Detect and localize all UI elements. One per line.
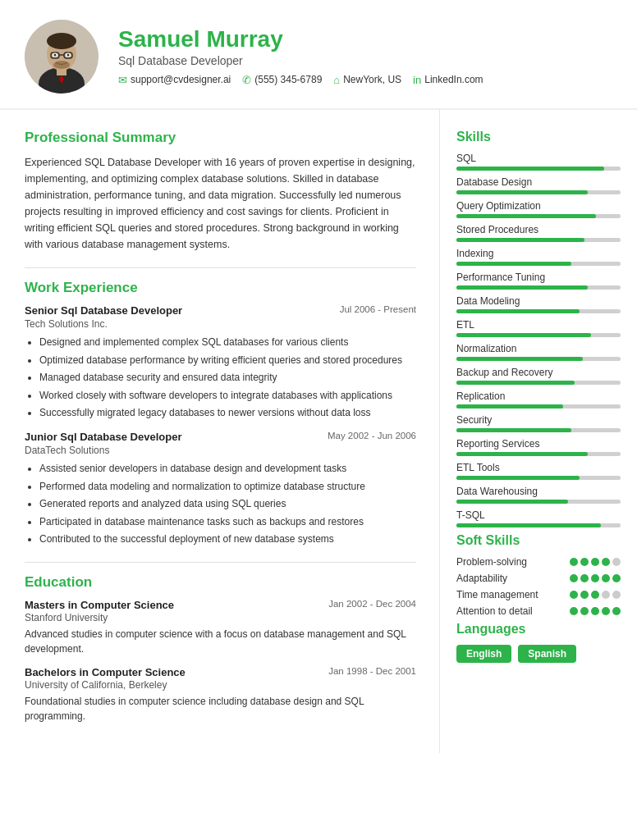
- dot-filled: [570, 574, 578, 582]
- soft-skill-name: Adaptability: [456, 573, 570, 584]
- skill-name: Data Modeling: [456, 295, 621, 307]
- skill-item: Normalization: [456, 343, 621, 361]
- dots-row: [570, 574, 621, 582]
- job-date: May 2002 - Jun 2006: [328, 431, 416, 441]
- dot-filled: [602, 574, 610, 582]
- list-item: Optimized database performance by writin…: [39, 353, 416, 368]
- edu-desc: Advanced studies in computer science wit…: [25, 627, 416, 656]
- soft-skill-name: Time management: [456, 589, 570, 600]
- svg-point-11: [67, 54, 70, 57]
- skill-bar-fill: [456, 500, 568, 504]
- skill-item: Stored Procedures: [456, 224, 621, 242]
- job-title: Senior Sql Database Developer: [25, 304, 182, 317]
- dot-filled: [612, 574, 621, 582]
- skill-item: T-SQL: [456, 509, 621, 527]
- skill-bar-fill: [456, 333, 591, 337]
- skill-name: Query Optimization: [456, 200, 621, 212]
- soft-skills-section: Soft Skills Problem-solvingAdaptabilityT…: [456, 533, 621, 617]
- summary-title: Professional Summary: [25, 130, 416, 146]
- soft-skill-item: Time management: [456, 589, 621, 600]
- skill-name: Normalization: [456, 343, 621, 354]
- edu-degree: Bachelors in Computer Science: [25, 666, 186, 678]
- dot-filled: [580, 607, 589, 615]
- candidate-title: Sql Database Developer: [118, 54, 483, 67]
- language-badge: Spanish: [518, 645, 576, 663]
- skill-bar-bg: [456, 190, 621, 194]
- education-section: Education Masters in Computer ScienceJan…: [25, 574, 416, 724]
- skill-bar-fill: [456, 285, 588, 290]
- skill-bar-bg: [456, 523, 621, 527]
- job-header: Senior Sql Database DeveloperJul 2006 - …: [25, 304, 416, 317]
- edu-desc: Foundational studies in computer science…: [25, 694, 416, 724]
- edu-header: Masters in Computer ScienceJan 2002 - De…: [25, 599, 416, 611]
- edu-item: Masters in Computer ScienceJan 2002 - De…: [25, 599, 416, 656]
- skill-bar-bg: [456, 357, 621, 361]
- list-item: Contributed to the successful deployment…: [39, 532, 416, 547]
- job-bullets: Designed and implemented complex SQL dat…: [25, 335, 416, 421]
- skill-name: Security: [456, 414, 621, 426]
- skill-name: ETL: [456, 319, 621, 331]
- location-icon: ⌂: [333, 74, 340, 86]
- soft-skills-container: Problem-solvingAdaptabilityTime manageme…: [456, 556, 621, 617]
- skill-item: SQL: [456, 153, 621, 171]
- skill-item: Data Warehousing: [456, 486, 621, 504]
- skill-name: Performance Tuning: [456, 272, 621, 283]
- dots-row: [570, 558, 621, 566]
- job-date: Jul 2006 - Present: [340, 304, 416, 314]
- contact-location: ⌂ NewYork, US: [333, 74, 401, 86]
- dot-filled: [580, 558, 589, 566]
- skills-section: Skills SQLDatabase DesignQuery Optimizat…: [456, 130, 621, 527]
- edu-item: Bachelors in Computer ScienceJan 1998 - …: [25, 666, 416, 724]
- list-item: Participated in database maintenance tas…: [39, 514, 416, 530]
- list-item: Generated reports and analyzed data usin…: [39, 496, 416, 512]
- soft-skill-name: Attention to detail: [456, 605, 570, 617]
- soft-skill-item: Attention to detail: [456, 605, 621, 617]
- list-item: Managed database security and ensured da…: [39, 370, 416, 386]
- dots-row: [570, 591, 621, 599]
- skill-name: Indexing: [456, 248, 621, 259]
- email-icon: ✉: [118, 74, 127, 86]
- contact-phone: ✆ (555) 345-6789: [242, 74, 322, 86]
- skill-name: Data Warehousing: [456, 486, 621, 497]
- dot-filled: [602, 607, 610, 615]
- experience-section: Work Experience Senior Sql Database Deve…: [25, 280, 416, 547]
- skill-bar-fill: [456, 476, 580, 480]
- dot-filled: [591, 607, 599, 615]
- candidate-name: Samuel Murray: [118, 27, 483, 52]
- soft-skill-item: Problem-solving: [456, 556, 621, 568]
- skill-item: Reporting Services: [456, 438, 621, 456]
- divider-2: [25, 562, 416, 563]
- skill-bar-bg: [456, 381, 621, 385]
- dot-filled: [570, 591, 578, 599]
- skill-name: SQL: [456, 153, 621, 164]
- skill-bar-fill: [456, 404, 563, 409]
- dot-filled: [580, 591, 589, 599]
- lang-badges: EnglishSpanish: [456, 645, 621, 663]
- right-column: Skills SQLDatabase DesignQuery Optimizat…: [440, 110, 637, 753]
- list-item: Designed and implemented complex SQL dat…: [39, 335, 416, 350]
- soft-skill-item: Adaptability: [456, 573, 621, 584]
- dot-filled: [591, 558, 599, 566]
- svg-point-10: [54, 54, 57, 57]
- list-item: Worked closely with software developers …: [39, 388, 416, 404]
- dot-filled: [570, 558, 578, 566]
- skill-item: Backup and Recovery: [456, 367, 621, 385]
- skill-bar-bg: [456, 452, 621, 456]
- phone-icon: ✆: [242, 74, 251, 86]
- edu-header: Bachelors in Computer ScienceJan 1998 - …: [25, 666, 416, 678]
- education-title: Education: [25, 574, 416, 591]
- left-column: Professional Summary Experienced SQL Dat…: [0, 110, 440, 753]
- dot-empty: [612, 558, 621, 566]
- list-item: Performed data modeling and normalizatio…: [39, 479, 416, 495]
- language-badge: English: [456, 645, 511, 663]
- list-item: Successfully migrated legacy databases t…: [39, 405, 416, 421]
- skill-bar-bg: [456, 167, 621, 171]
- summary-section: Professional Summary Experienced SQL Dat…: [25, 130, 416, 253]
- skill-bar-fill: [456, 452, 588, 456]
- dot-filled: [591, 591, 599, 599]
- skill-bar-bg: [456, 214, 621, 218]
- job-title: Junior Sql Database Developer: [25, 431, 181, 443]
- contact-email: ✉ support@cvdesigner.ai: [118, 74, 231, 86]
- skill-bar-fill: [456, 309, 580, 313]
- dot-filled: [570, 607, 578, 615]
